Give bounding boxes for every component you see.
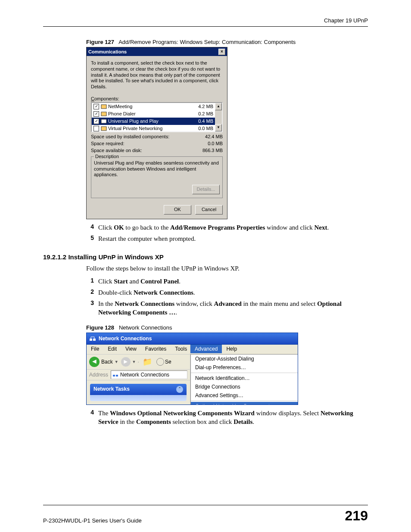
menu-help[interactable]: Help xyxy=(222,345,241,353)
menu-item[interactable]: Edit xyxy=(103,345,121,353)
space-available-label: Space available on disk: xyxy=(91,148,142,153)
step-b3: 3 In the Network Connections window, cli… xyxy=(43,298,368,318)
svg-rect-3 xyxy=(101,127,106,131)
component-name: Universal Plug and Play xyxy=(108,118,198,124)
menu-item[interactable]: View xyxy=(121,345,141,353)
scroll-down-icon[interactable]: ▼ xyxy=(215,124,222,131)
dialog-titlebar: Communications × xyxy=(87,47,227,56)
search-stub: Se xyxy=(165,359,171,365)
network-connections-window: Network Connections FileEditViewFavorite… xyxy=(86,333,298,405)
forward-dropdown-icon: ▼ xyxy=(132,360,136,364)
menu-advanced[interactable]: Advanced xyxy=(190,345,222,353)
description-text: Universal Plug and Play enables seamless… xyxy=(94,160,220,178)
component-row[interactable]: ✓Phone Dialer0.2 MB xyxy=(92,110,215,118)
component-size: 0.4 MB xyxy=(198,118,213,124)
guide-name: P-2302HWUDL-P1 Series User's Guide xyxy=(43,517,142,524)
description-label: Description xyxy=(94,154,120,159)
component-name: Virtual Private Networking xyxy=(108,126,198,131)
collapse-icon[interactable]: ˆ xyxy=(176,386,183,393)
components-listbox[interactable]: ✓NetMeeting4.2 MB✓Phone Dialer0.2 MB✓Uni… xyxy=(91,102,223,132)
page-number: 219 xyxy=(345,508,368,524)
page-footer: P-2302HWUDL-P1 Series User's Guide 219 xyxy=(43,505,368,524)
dialog-title: Communications xyxy=(88,49,127,54)
svg-rect-6 xyxy=(113,375,115,376)
description-group: Description Universal Plug and Play enab… xyxy=(91,156,223,198)
svg-rect-5 xyxy=(93,339,96,341)
step-4: 4 Click OK to go back to the Add/Remove … xyxy=(43,222,368,233)
component-row[interactable]: ✓NetMeeting4.2 MB xyxy=(92,103,215,110)
page-header: Chapter 19 UPnP xyxy=(43,17,368,27)
space-used-label: Space used by installed components: xyxy=(91,134,169,139)
address-value: Network Connections xyxy=(120,372,169,378)
details-button: Details... xyxy=(192,185,220,194)
component-icon xyxy=(101,104,107,109)
tasks-title: Network Tasks xyxy=(93,386,130,393)
section-intro: Follow the steps below to install the UP… xyxy=(86,264,368,273)
forward-button: ► xyxy=(121,357,131,367)
cancel-button[interactable]: Cancel xyxy=(195,205,223,215)
checkbox-icon[interactable]: ✓ xyxy=(93,111,99,117)
network-folder-icon xyxy=(112,372,118,378)
fig127-caption-text: Add/Remove Programs: Windows Setup: Comm… xyxy=(118,39,296,45)
menubar: FileEditViewFavoritesTools AdvancedHelp … xyxy=(87,345,298,355)
step-b1: 1 Click Start and Control Panel. xyxy=(43,276,368,287)
step-c4: 4 The Windows Optional Networking Compon… xyxy=(43,408,368,428)
component-row[interactable]: ✓Universal Plug and Play0.4 MB xyxy=(92,118,215,125)
fig128-label: Figure 128 xyxy=(86,324,114,331)
network-tasks-panel: Network Tasks ˆ xyxy=(90,384,187,401)
scrollbar[interactable]: ▲ ▼ xyxy=(215,103,222,131)
space-required-value: 0.0 MB xyxy=(208,141,223,146)
menu-item[interactable]: Tools xyxy=(171,345,191,353)
figure-127-caption: Figure 127 Add/Remove Programs: Windows … xyxy=(86,39,368,45)
space-available-value: 866.3 MB xyxy=(202,148,223,153)
back-dropdown-icon[interactable]: ▼ xyxy=(115,360,118,364)
window-title: Network Connections xyxy=(99,336,152,342)
address-label: Address xyxy=(89,372,108,378)
address-field[interactable]: Network Connections xyxy=(111,370,187,379)
section-heading: 19.2.1.2 Installing UPnP in Windows XP xyxy=(43,253,368,261)
svg-rect-0 xyxy=(101,105,106,109)
svg-rect-2 xyxy=(101,119,106,123)
dialog-instructions: To install a component, select the check… xyxy=(91,60,223,90)
ok-button[interactable]: OK xyxy=(164,205,191,215)
svg-rect-4 xyxy=(90,339,92,341)
svg-rect-1 xyxy=(101,112,106,116)
figure-128-caption: Figure 128 Network Connections xyxy=(86,324,368,331)
checkbox-icon[interactable]: ✓ xyxy=(93,104,99,109)
communications-dialog: Communications × To install a component,… xyxy=(86,47,227,219)
close-icon[interactable]: × xyxy=(218,49,225,55)
toolbar: ◄ Back ▼ ► ▼ · 📁 Se xyxy=(87,355,190,370)
component-size: 4.2 MB xyxy=(198,104,213,109)
checkbox-icon[interactable] xyxy=(93,126,99,131)
component-icon xyxy=(101,118,107,124)
svg-rect-7 xyxy=(116,375,118,376)
components-label: CComponents:omponents: xyxy=(91,96,223,101)
step-5: 5 Restart the computer when prompted. xyxy=(43,233,368,244)
component-row[interactable]: Virtual Private Networking0.0 MB xyxy=(92,125,215,132)
address-bar: Address Network Connections xyxy=(87,370,190,380)
component-name: NetMeeting xyxy=(108,104,198,109)
network-icon xyxy=(89,335,96,342)
scroll-up-icon[interactable]: ▲ xyxy=(215,103,222,110)
component-icon xyxy=(101,111,107,117)
back-label: Back xyxy=(101,359,113,365)
space-used-value: 42.4 MB xyxy=(205,134,223,139)
up-folder-icon[interactable]: 📁 xyxy=(143,357,152,367)
window-titlebar: Network Connections xyxy=(87,333,298,345)
component-size: 0.2 MB xyxy=(198,111,213,116)
back-button[interactable]: ◄ xyxy=(89,357,100,367)
menu-item[interactable]: Favorites xyxy=(141,345,171,353)
fig127-label: Figure 127 xyxy=(86,39,114,45)
menu-item[interactable]: File xyxy=(87,345,103,353)
search-icon[interactable] xyxy=(156,358,164,366)
component-icon xyxy=(101,126,107,131)
space-required-label: Space required: xyxy=(91,141,125,146)
step-b2: 2 Double-click Network Connections. xyxy=(43,287,368,298)
checkbox-icon[interactable]: ✓ xyxy=(93,118,99,124)
component-name: Phone Dialer xyxy=(108,111,198,116)
component-size: 0.0 MB xyxy=(198,126,213,131)
fig128-caption-text: Network Connections xyxy=(119,324,172,331)
